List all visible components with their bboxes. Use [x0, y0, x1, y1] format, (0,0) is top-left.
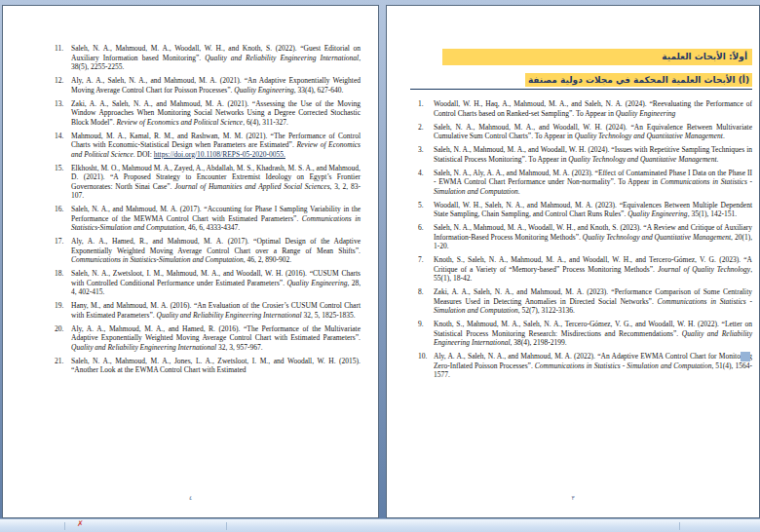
ref-journal: Communications in Statistics - Simulatio…	[535, 361, 712, 370]
reference-number: 8.	[418, 287, 434, 316]
ref-tail: 32, 3, 957-967.	[216, 343, 263, 352]
section-heading-sub-rule: (أ) الأبحاث العلمية المحكمة في مجلات دول…	[410, 69, 752, 90]
ref-tail: . DOI:	[133, 150, 154, 159]
reference-item-2: 2.Saleh, N. A., Mahmoud, M. A., and Wood…	[418, 123, 752, 141]
reference-item-20: 20.Aly, A. A., Mahmoud, M. A., and Hamed…	[55, 324, 361, 353]
ref-tail: , 38(4), 2198-2199.	[511, 338, 567, 347]
reference-item-8: 8.Zaki, A. A., Saleh, N. A., and Mahmoud…	[418, 287, 752, 316]
reference-item-6: 6.Saleh, N. A., Mahmoud, M. A., Woodall,…	[418, 223, 752, 251]
reference-list-right: 1.Woodall, W. H., Haq, A., Mahmoud, M. A…	[418, 99, 752, 380]
ref-journal: Quality Technology and Quantitative Mana…	[575, 132, 723, 140]
reference-text: Woodall, W. H., Haq, A., Mahmoud, M. A.,…	[434, 99, 752, 118]
ref-tail: , 46, 2, 890-902.	[244, 255, 291, 264]
reference-number: 20.	[55, 324, 71, 353]
ref-journal: Communications in Statistics-Simulation …	[71, 255, 244, 264]
reference-number: 21.	[55, 357, 71, 375]
reference-number: 1.	[418, 99, 434, 118]
reference-item-4: 4.Saleh, N. A., Aly, A. A., and Mahmoud,…	[418, 169, 752, 197]
reference-number: 11.	[55, 44, 71, 72]
ref-authors-title: Saleh, N. A., Mahmoud, M. A., Jones, L. …	[71, 357, 361, 375]
ref-tail: , 46, 6, 4333-4347.	[184, 223, 240, 232]
reference-item-1: 1.Woodall, W. H., Haq, A., Mahmoud, M. A…	[418, 99, 752, 118]
ref-journal: Quality and Reliability Engineering Inte…	[205, 54, 359, 62]
reference-number: 4.	[418, 169, 434, 197]
reference-item-17: 17.Aly, A. A., Hamed, R., and Mahmoud, M…	[55, 237, 361, 265]
ref-tail: , 6(4), 311-327.	[243, 118, 288, 127]
document-page-right: أولاً: الأبحاث العلمية (أ) الأبحاث العلم…	[386, 5, 760, 518]
status-bar-divider	[679, 522, 680, 530]
section-heading-main: أولاً: الأبحاث العلمية	[442, 49, 752, 65]
reference-text: Saleh, N. A., Mahmoud, M. A., and Woodal…	[434, 145, 752, 164]
ref-tail: , 52(7), 3122-3136.	[518, 306, 575, 315]
ref-journal: Quality Engineering	[616, 109, 675, 118]
page-number-footer: ٣	[571, 494, 574, 501]
ref-journal: Quality Engineering	[234, 86, 293, 95]
reference-number: 10.	[418, 352, 434, 380]
reference-number: 3.	[418, 145, 434, 164]
ref-tail: 32, 5, 1825-1835.	[302, 311, 356, 320]
ref-journal: Quality and Reliability Engineering Inte…	[156, 311, 301, 320]
ref-tail: .	[518, 187, 520, 196]
reference-text: Saleh, N. A., Aly, A. A., and Mahmoud, M…	[434, 169, 752, 197]
reference-list-left: 11.Saleh, N. A., Mahmoud, M. A., Woodall…	[55, 44, 361, 375]
reference-text: Mahmoud, M. A., Kamal, R. M., and Rashwa…	[71, 132, 361, 160]
ref-tail: , 33(4), 627-640.	[294, 86, 344, 95]
ref-tail: , 35(1), 142-151.	[688, 209, 738, 218]
reference-number: 15.	[55, 164, 71, 201]
reference-text: Zaki, A. A., Saleh, N. A., and Mahmoud, …	[71, 99, 361, 128]
reference-item-12: 12.Aly, A. A., Saleh, N. A., and Mahmoud…	[55, 76, 361, 95]
reference-text: Zaki, A. A., Saleh, N. A., and Mahmoud, …	[434, 287, 752, 316]
reference-number: 13.	[55, 99, 71, 128]
ref-journal: Quality Engineering	[286, 279, 347, 287]
reference-text: Saleh, N. A., Mahmoud, M. A., Jones, L. …	[71, 357, 361, 375]
reference-number: 12.	[55, 76, 71, 95]
document-page-left: 11.Saleh, N. A., Mahmoud, M. A., Woodall…	[2, 5, 379, 518]
reference-text: Woodall, W. H., Saleh, N. A., and Mahmou…	[434, 201, 752, 219]
doi-link[interactable]: https://doi.org/10.1108/REPS-05-2020-005…	[154, 150, 285, 159]
reference-item-3: 3.Saleh, N. A., Mahmoud, M. A., and Wood…	[418, 145, 752, 164]
ref-tail: .	[723, 132, 725, 140]
reference-text: Elkhosht, M. O., Mahmoud M. A., Zayed, A…	[71, 164, 361, 201]
reference-text: Aly, A. A., Hamed, R., and Mahmoud, M. A…	[71, 237, 361, 265]
reference-number: 2.	[418, 123, 434, 141]
reference-item-16: 16.Saleh, N. A., and Mahmoud, M. A. (201…	[55, 205, 361, 233]
ref-journal: Journal of Humanities and Applied Social…	[174, 182, 329, 191]
reference-text: Saleh, N. A., Zwetsloot, I. M., Mahmoud,…	[71, 269, 361, 297]
reference-item-10: 10.Aly, A. A., Saleh, N. A., and Mahmoud…	[418, 352, 752, 380]
ref-authors-title: Aly, A. A., Hamed, R., and Mahmoud, M. A…	[71, 237, 361, 255]
ref-journal: Quality Engineering	[627, 209, 687, 218]
reference-text: Knoth, S., Mahmoud, M. A., Saleh, N. A.,…	[434, 320, 752, 348]
word-document-view: 11.Saleh, N. A., Mahmoud, M. A., Woodall…	[0, 0, 760, 532]
reference-item-19: 19.Hany, M., and Mahmoud, M. A. (2016). …	[55, 301, 361, 320]
reference-number: 19.	[55, 301, 71, 320]
reference-item-11: 11.Saleh, N. A., Mahmoud, M. A., Woodall…	[55, 44, 361, 72]
reference-text: Aly, A. A., Saleh, N. A., and Mahmoud, M…	[71, 76, 361, 95]
status-bar-divider	[64, 522, 65, 530]
comment-marker[interactable]	[741, 352, 750, 361]
reference-item-7: 7.Knoth, S., Saleh, N. A., Mahmoud, M. A…	[418, 255, 752, 284]
section-heading-sub: (أ) الأبحاث العلمية المحكمة في مجلات دول…	[525, 73, 752, 87]
reference-number: 5.	[418, 201, 434, 219]
reference-number: 16.	[55, 205, 71, 233]
ref-journal: Quality and Reliability Engineering Inte…	[71, 343, 216, 352]
reference-item-18: 18.Saleh, N. A., Zwetsloot, I. M., Mahmo…	[55, 269, 361, 297]
reference-item-14: 14.Mahmoud, M. A., Kamal, R. M., and Ras…	[55, 132, 361, 160]
reference-item-9: 9.Knoth, S., Mahmoud, M. A., Saleh, N. A…	[418, 320, 752, 348]
status-bar-divider	[226, 522, 227, 530]
ref-journal: Quality Technology and Quantitative Mana…	[583, 233, 731, 242]
reference-text: Saleh, N. A., Mahmoud, M. A., Woodall, W…	[71, 44, 361, 72]
reference-text: Hany, M., and Mahmoud, M. A. (2016). “An…	[71, 301, 361, 320]
page-number-footer: ٤	[189, 494, 192, 501]
ref-journal: Journal of Quality Technology	[658, 265, 750, 274]
reference-number: 9.	[418, 320, 434, 348]
reference-item-15: 15.Elkhosht, M. O., Mahmoud M. A., Zayed…	[55, 164, 361, 201]
ref-journal: Review of Economics and Political Scienc…	[116, 118, 243, 127]
ref-journal: Quality Technology and Quantitative Mana…	[568, 155, 716, 164]
reference-text: Knoth, S., Saleh, N. A., Mahmoud, M. A.,…	[434, 255, 752, 284]
reference-text: Saleh, N. A., and Mahmoud, M. A. (2017).…	[71, 205, 361, 233]
status-bar[interactable]: ✗	[0, 518, 760, 532]
proofing-error-icon[interactable]: ✗	[77, 520, 84, 528]
reference-item-21: 21.Saleh, N. A., Mahmoud, M. A., Jones, …	[55, 357, 361, 375]
ref-authors-title: Aly, A. A., Mahmoud, M. A., and Hamed, R…	[71, 324, 361, 343]
reference-number: 18.	[55, 269, 71, 297]
